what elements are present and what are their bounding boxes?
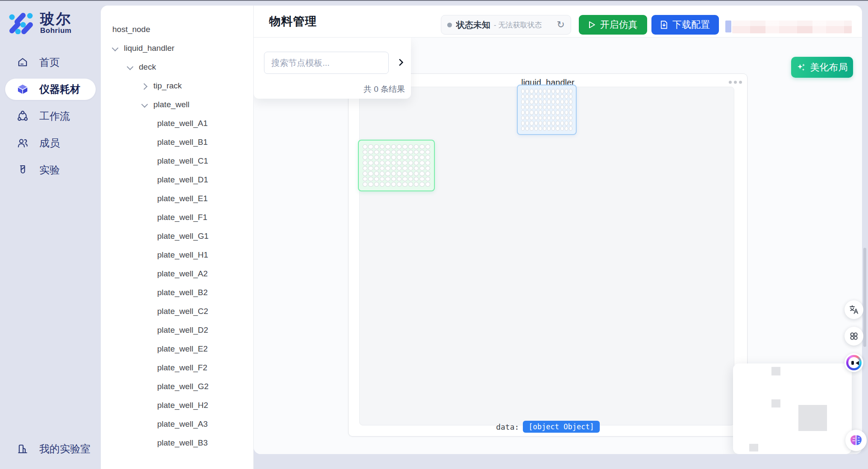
tree-item-plate_well_E2[interactable]: plate_well_E2 [101, 340, 253, 358]
tree-item-deck[interactable]: deck [101, 58, 253, 76]
chevron-down-icon[interactable] [127, 64, 133, 70]
members-icon [17, 138, 28, 149]
window-top-edge [0, 0, 868, 1]
well-plate-green[interactable] [358, 140, 435, 191]
bohrium-logo[interactable]: 玻尔 Bohrium [9, 11, 72, 35]
tree-item-plate_well_F2[interactable]: plate_well_F2 [101, 358, 253, 377]
collapse-arrow-icon[interactable] [396, 59, 403, 66]
tree-item-plate_well_D1[interactable]: plate_well_D1 [101, 170, 253, 189]
play-icon [589, 21, 595, 29]
well [402, 171, 407, 176]
well [521, 94, 525, 99]
well [368, 166, 373, 171]
chevron-down-icon[interactable] [142, 102, 147, 108]
well [374, 144, 379, 149]
tree-item-label: plate_well_A3 [157, 419, 208, 429]
well [380, 155, 384, 160]
well [402, 155, 407, 160]
tree-item-plate_well_B2[interactable]: plate_well_B2 [101, 283, 253, 302]
sidebar-nav: 首页 仪器耗材 [0, 52, 101, 186]
well [368, 144, 373, 149]
tree-item-plate_well_F1[interactable]: plate_well_F1 [101, 208, 253, 227]
translate-button[interactable] [845, 300, 863, 319]
deck-area[interactable] [359, 87, 734, 425]
well [363, 171, 367, 176]
minimap-node-rect [798, 405, 827, 431]
well [363, 144, 367, 149]
ai-brain-button[interactable] [845, 430, 867, 451]
well [391, 161, 396, 165]
logo-title: 玻尔 [40, 11, 72, 26]
well [560, 89, 564, 94]
well [565, 100, 568, 104]
tree-item-label: plate_well_C2 [157, 307, 208, 316]
page-header: 物料管理 状态未知 - 无法获取状态 ↻ 开启仿真 [254, 6, 862, 38]
beautify-layout-label: 美化布局 [810, 61, 848, 74]
node-menu-icon[interactable] [729, 81, 742, 84]
page-scrollbar[interactable] [863, 248, 866, 347]
tree-item-plate_well_E1[interactable]: plate_well_E1 [101, 189, 253, 208]
sidebar-item-members[interactable]: 成员 [5, 132, 96, 154]
well [534, 105, 538, 110]
data-value-badge[interactable]: [object Object] [523, 421, 600, 433]
tree-item-plate_well_H2[interactable]: plate_well_H2 [101, 396, 253, 415]
tree-item-plate_well_B1[interactable]: plate_well_B1 [101, 133, 253, 152]
tree-item-host_node[interactable]: host_node [101, 20, 253, 39]
well [556, 89, 559, 94]
redacted-avatar-block [725, 21, 731, 32]
apps-button[interactable] [845, 327, 863, 346]
well [391, 177, 396, 182]
search-input[interactable] [264, 52, 389, 74]
graph-canvas[interactable]: 共 0 条结果 liquid_handler data: [object Obj… [254, 38, 862, 454]
well [547, 116, 551, 120]
sidebar-item-workflow[interactable]: 工作流 [5, 106, 96, 127]
download-config-button[interactable]: 下载配置 [651, 15, 719, 35]
chevron-down-icon[interactable] [112, 46, 118, 51]
chevron-right-icon[interactable] [142, 83, 147, 89]
well [425, 171, 430, 176]
well [530, 89, 533, 94]
tree-item-plate_well_D2[interactable]: plate_well_D2 [101, 321, 253, 340]
tree-item-plate_well_A2[interactable]: plate_well_A2 [101, 264, 253, 283]
bohrium-logo-text: 玻尔 Bohrium [40, 11, 72, 35]
well [374, 177, 379, 182]
sidebar: 玻尔 Bohrium 首页 [0, 0, 101, 469]
well [565, 121, 568, 126]
tree-item-plate_well_A1[interactable]: plate_well_A1 [101, 114, 253, 133]
sidebar-item-home[interactable]: 首页 [5, 52, 96, 73]
well [530, 94, 533, 99]
sidebar-item-experiments[interactable]: 实验 [5, 159, 96, 181]
tree-item-plate_well_A3[interactable]: plate_well_A3 [101, 415, 253, 434]
redacted-text-strip [732, 21, 852, 33]
well [397, 155, 402, 160]
well [534, 116, 538, 120]
tree-item-plate_well_C1[interactable]: plate_well_C1 [101, 152, 253, 170]
ai-assistant-button[interactable] [845, 353, 863, 372]
sidebar-item-label: 我的实验室 [39, 442, 91, 456]
beautify-layout-button[interactable]: 美化布局 [791, 57, 853, 78]
well [556, 110, 559, 115]
tree-item-plate_well_C2[interactable]: plate_well_C2 [101, 302, 253, 321]
start-simulation-button[interactable]: 开启仿真 [579, 15, 647, 35]
tree-item-plate_well_G2[interactable]: plate_well_G2 [101, 377, 253, 396]
well [368, 182, 373, 187]
well [565, 105, 568, 110]
tree-item-plate_well_B3[interactable]: plate_well_B3 [101, 434, 253, 452]
well [569, 121, 572, 126]
tree-item-tip_rack[interactable]: tip_rack [101, 76, 253, 95]
well [534, 126, 538, 131]
well [543, 121, 546, 126]
tree-item-plate_well_H1[interactable]: plate_well_H1 [101, 246, 253, 264]
well [391, 150, 396, 155]
refresh-icon[interactable]: ↻ [557, 20, 565, 29]
well-plate-blue[interactable] [517, 85, 577, 135]
tree-item-label: plate_well_E2 [157, 344, 208, 354]
minimap[interactable] [733, 363, 852, 454]
tree-item-plate_well[interactable]: plate_well [101, 95, 253, 114]
well [397, 182, 402, 187]
sidebar-item-my-lab[interactable]: 我的实验室 [5, 438, 96, 460]
tree-item-liquid_handler[interactable]: liquid_handler [101, 39, 253, 58]
tree-item-plate_well_G1[interactable]: plate_well_G1 [101, 227, 253, 246]
well [385, 150, 390, 155]
sidebar-item-instruments[interactable]: 仪器耗材 [5, 79, 96, 100]
